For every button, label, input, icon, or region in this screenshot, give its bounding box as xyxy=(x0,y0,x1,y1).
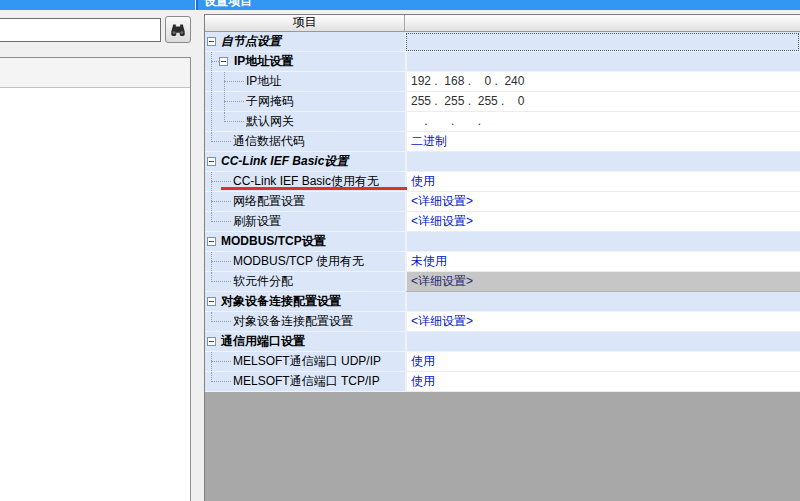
row-label-cell[interactable]: 通信用端口设置 xyxy=(205,332,405,352)
search-button[interactable] xyxy=(165,16,191,43)
settings-section-row[interactable]: IP地址设置 xyxy=(205,52,800,72)
column-header-item: 项目 xyxy=(205,15,405,31)
tree-guide-line xyxy=(211,221,231,222)
collapse-minus-icon[interactable] xyxy=(207,37,216,46)
row-label-cell[interactable]: 网络配置设置 xyxy=(205,192,405,212)
tree-guide-line xyxy=(211,321,231,322)
settings-row[interactable]: 软元件分配<详细设置> xyxy=(205,272,800,292)
annotation-underline xyxy=(221,187,407,190)
tree-guide-line xyxy=(211,112,212,131)
row-label-cell[interactable]: MODBUS/TCP设置 xyxy=(205,232,405,252)
row-label: 对象设备连接配置设置 xyxy=(221,292,341,311)
row-label-cell[interactable]: IP地址 xyxy=(205,72,405,92)
tree-guide-line xyxy=(211,201,231,202)
setting-item-title: 设置项目 xyxy=(204,0,800,10)
settings-section-row[interactable]: CC-Link IEF Basic设置 xyxy=(205,152,800,172)
row-label-cell[interactable]: IP地址设置 xyxy=(205,52,405,72)
settings-section-row[interactable]: 自节点设置 xyxy=(205,32,800,52)
search-input[interactable] xyxy=(0,18,161,42)
settings-row[interactable]: CC-Link IEF Basic使用有无使用 xyxy=(205,172,800,192)
row-label: CC-Link IEF Basic设置 xyxy=(221,152,348,171)
settings-section-row[interactable]: 通信用端口设置 xyxy=(205,332,800,352)
row-label-cell[interactable]: 自节点设置 xyxy=(205,32,405,52)
row-label: 对象设备连接配置设置 xyxy=(233,312,353,331)
row-label-cell[interactable]: 刷新设置 xyxy=(205,212,405,232)
row-label: 自节点设置 xyxy=(221,32,281,51)
tree-guide-line xyxy=(224,81,244,82)
settings-section-row[interactable]: MODBUS/TCP设置 xyxy=(205,232,800,252)
tree-guide-line xyxy=(211,181,231,182)
settings-section-row[interactable]: 对象设备连接配置设置 xyxy=(205,292,800,312)
row-value-cell[interactable] xyxy=(405,52,800,72)
row-label: 软元件分配 xyxy=(233,272,293,291)
row-value-cell[interactable] xyxy=(405,332,800,352)
item-list-panel-header xyxy=(0,58,190,88)
tree-guide-line xyxy=(211,72,212,91)
row-value-cell[interactable]: <详细设置> xyxy=(405,272,800,292)
row-value-cell[interactable]: 255 . 255 . 255 . 0 xyxy=(405,92,800,112)
row-label: IP地址设置 xyxy=(234,52,293,71)
collapse-minus-icon[interactable] xyxy=(207,237,216,246)
setting-item-pane: 设置项目 项目 自节点设置IP地址设置IP地址192 . 168 . 0 . 2… xyxy=(196,0,800,501)
row-label-cell[interactable]: 通信数据代码 xyxy=(205,132,405,152)
settings-row[interactable]: 刷新设置<详细设置> xyxy=(205,212,800,232)
collapse-minus-icon[interactable] xyxy=(207,157,216,166)
collapse-minus-icon[interactable] xyxy=(207,297,216,306)
row-label: 通信用端口设置 xyxy=(221,332,305,351)
tree-guide-line xyxy=(224,121,244,122)
setting-item-titlebar: 设置项目 xyxy=(196,0,800,10)
row-label-cell[interactable]: 软元件分配 xyxy=(205,272,405,292)
grid-rows: 自节点设置IP地址设置IP地址192 . 168 . 0 . 240子网掩码25… xyxy=(205,32,800,392)
row-label-cell[interactable]: 默认网关 xyxy=(205,112,405,132)
settings-row[interactable]: 通信数据代码二进制 xyxy=(205,132,800,152)
row-label-cell[interactable]: CC-Link IEF Basic设置 xyxy=(205,152,405,172)
row-label: 通信数据代码 xyxy=(233,132,305,151)
row-value-cell[interactable]: 使用 xyxy=(405,172,800,192)
row-label: MODBUS/TCP 使用有无 xyxy=(233,252,364,271)
settings-row[interactable]: MODBUS/TCP 使用有无未使用 xyxy=(205,252,800,272)
row-value-cell[interactable] xyxy=(405,292,800,312)
row-label-cell[interactable]: 对象设备连接配置设置 xyxy=(205,292,405,312)
row-value-cell[interactable] xyxy=(405,152,800,172)
row-value-cell[interactable]: <详细设置> xyxy=(405,312,800,332)
tree-guide-line xyxy=(211,281,231,282)
row-value-cell[interactable]: . . . xyxy=(405,112,800,132)
settings-row[interactable]: MELSOFT通信端口 TCP/IP使用 xyxy=(205,372,800,392)
row-value-cell[interactable]: 使用 xyxy=(405,352,800,372)
row-value-cell[interactable] xyxy=(405,232,800,252)
row-value-cell[interactable]: <详细设置> xyxy=(405,212,800,232)
tree-guide-line xyxy=(211,361,231,362)
row-label-cell[interactable]: MELSOFT通信端口 UDP/IP xyxy=(205,352,405,372)
row-value-cell[interactable]: 未使用 xyxy=(405,252,800,272)
tree-guide-line xyxy=(211,61,219,62)
row-label-cell[interactable]: 子网掩码 xyxy=(205,92,405,112)
tree-guide-line xyxy=(211,141,231,142)
row-value-cell[interactable] xyxy=(405,32,800,52)
row-label: 刷新设置 xyxy=(233,212,281,231)
row-label-cell[interactable]: MELSOFT通信端口 TCP/IP xyxy=(205,372,405,392)
settings-row[interactable]: 对象设备连接配置设置<详细设置> xyxy=(205,312,800,332)
row-label: 网络配置设置 xyxy=(233,192,305,211)
module-parameter-window: 设置项目 项目 自节点设置IP地址设置IP地址192 . 168 . 0 . 2… xyxy=(0,0,800,501)
row-label: MODBUS/TCP设置 xyxy=(221,232,326,251)
row-value-cell[interactable]: 二进制 xyxy=(405,132,800,152)
row-value-cell[interactable]: 使用 xyxy=(405,372,800,392)
row-label-cell[interactable]: 对象设备连接配置设置 xyxy=(205,312,405,332)
row-value-cell[interactable]: <详细设置> xyxy=(405,192,800,212)
settings-row[interactable]: MELSOFT通信端口 UDP/IP使用 xyxy=(205,352,800,372)
settings-row[interactable]: 子网掩码255 . 255 . 255 . 0 xyxy=(205,92,800,112)
row-label: 默认网关 xyxy=(246,112,294,131)
tree-guide-line xyxy=(224,101,244,102)
row-label: MELSOFT通信端口 TCP/IP xyxy=(233,372,380,391)
collapse-minus-icon[interactable] xyxy=(219,57,228,66)
row-label: 子网掩码 xyxy=(246,92,294,111)
row-label-cell[interactable]: MODBUS/TCP 使用有无 xyxy=(205,252,405,272)
row-value-cell[interactable]: 192 . 168 . 0 . 240 xyxy=(405,72,800,92)
settings-row[interactable]: IP地址192 . 168 . 0 . 240 xyxy=(205,72,800,92)
settings-row[interactable]: 网络配置设置<详细设置> xyxy=(205,192,800,212)
row-label-cell[interactable]: CC-Link IEF Basic使用有无 xyxy=(205,172,405,192)
settings-row[interactable]: 默认网关 . . . xyxy=(205,112,800,132)
collapse-minus-icon[interactable] xyxy=(207,337,216,346)
left-pane-titlebar xyxy=(0,0,195,10)
settings-grid: 项目 自节点设置IP地址设置IP地址192 . 168 . 0 . 240子网掩… xyxy=(204,14,800,501)
